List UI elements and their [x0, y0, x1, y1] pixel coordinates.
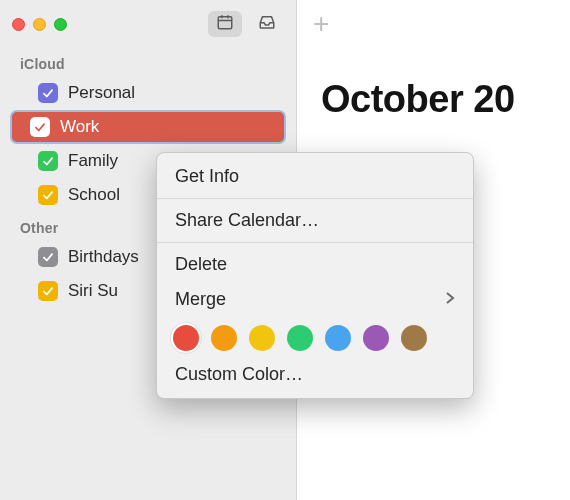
color-swatch-purple[interactable]: [363, 325, 389, 351]
sidebar-item-label: Birthdays: [68, 247, 139, 267]
sidebar-item-label: Work: [60, 117, 99, 137]
color-swatch-brown[interactable]: [401, 325, 427, 351]
sidebar-item[interactable]: Personal: [0, 76, 296, 110]
sidebar-item-label: Family: [68, 151, 118, 171]
menu-item-label: Get Info: [175, 166, 239, 187]
calendar-checkbox[interactable]: [38, 185, 58, 205]
tray-icon: [258, 13, 276, 35]
inbox-button[interactable]: [250, 11, 284, 37]
menu-item-submenu[interactable]: Merge: [157, 282, 473, 317]
page-title: October 20: [321, 78, 515, 121]
minimize-window-button[interactable]: [33, 18, 46, 31]
chevron-right-icon: [445, 289, 455, 310]
menu-item[interactable]: Get Info: [157, 159, 473, 194]
menu-item-label: Delete: [175, 254, 227, 275]
color-swatch-orange[interactable]: [211, 325, 237, 351]
main-toolbar: +: [297, 0, 570, 48]
calendar-checkbox[interactable]: [30, 117, 50, 137]
app-window: iCloudPersonalWorkFamilySchoolOtherBirth…: [0, 0, 570, 500]
color-swatch-yellow[interactable]: [249, 325, 275, 351]
menu-item-label: Custom Color…: [175, 364, 303, 385]
window-controls: [12, 18, 67, 31]
menu-separator: [157, 198, 473, 199]
calendar-checkbox[interactable]: [38, 151, 58, 171]
color-swatch-red[interactable]: [173, 325, 199, 351]
sidebar-item[interactable]: Work: [10, 110, 286, 144]
menu-item[interactable]: Custom Color…: [157, 357, 473, 392]
menu-item-label: Merge: [175, 289, 226, 310]
svg-rect-0: [218, 17, 232, 29]
menu-item-label: Share Calendar…: [175, 210, 319, 231]
menu-item[interactable]: Delete: [157, 247, 473, 282]
calendar-checkbox[interactable]: [38, 83, 58, 103]
calendar-checkbox[interactable]: [38, 281, 58, 301]
calendar-checkbox[interactable]: [38, 247, 58, 267]
calendar-view-button[interactable]: [208, 11, 242, 37]
calendar-icon: [216, 13, 234, 35]
context-menu: Get InfoShare Calendar…DeleteMergeCustom…: [156, 152, 474, 399]
sidebar-item-label: Personal: [68, 83, 135, 103]
color-swatch-row: [157, 317, 473, 357]
sidebar-item-label: Siri Su: [68, 281, 118, 301]
color-swatch-green[interactable]: [287, 325, 313, 351]
titlebar: [0, 0, 296, 48]
add-event-button[interactable]: +: [313, 10, 329, 38]
menu-item[interactable]: Share Calendar…: [157, 203, 473, 238]
menu-separator: [157, 242, 473, 243]
sidebar-section-header: iCloud: [0, 48, 296, 76]
close-window-button[interactable]: [12, 18, 25, 31]
color-swatch-blue[interactable]: [325, 325, 351, 351]
sidebar-item-label: School: [68, 185, 120, 205]
fullscreen-window-button[interactable]: [54, 18, 67, 31]
